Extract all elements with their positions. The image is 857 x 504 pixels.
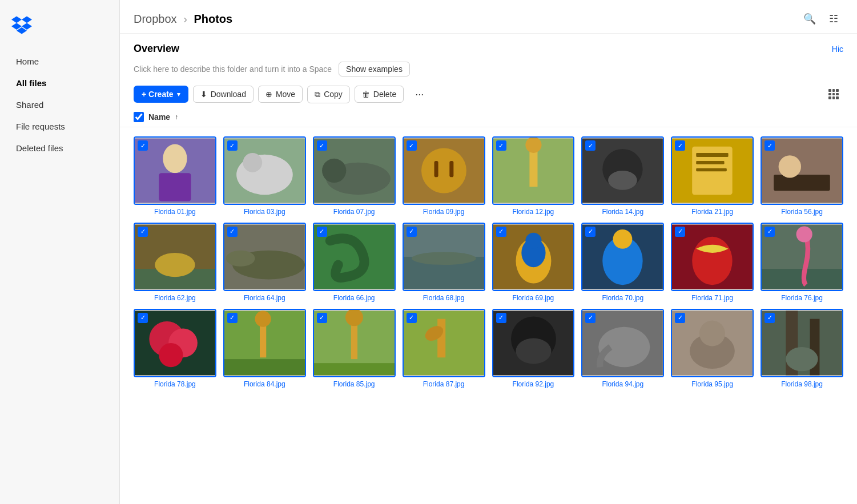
file-selected-checkmark[interactable]: ✓ [765, 227, 775, 237]
thumb-wrapper: ✓ [313, 136, 396, 205]
file-name-label[interactable]: Florida 71.jpg [671, 294, 754, 302]
breadcrumb-root[interactable]: Dropbox [134, 13, 177, 25]
sidebar-item-file-requests[interactable]: File requests [5, 116, 115, 137]
file-thumb[interactable]: ✓Florida 56.jpg [761, 136, 843, 216]
file-selected-checkmark[interactable]: ✓ [585, 227, 596, 237]
copy-button[interactable]: ⧉ Copy [307, 86, 350, 103]
file-thumb[interactable]: ✓Florida 85.jpg [313, 309, 396, 388]
file-selected-checkmark[interactable]: ✓ [496, 227, 506, 237]
search-button[interactable]: 🔍 [800, 9, 819, 29]
thumb-wrapper: ✓ [671, 136, 754, 205]
hide-link[interactable]: Hic [832, 45, 843, 54]
file-thumb[interactable]: ✓Florida 14.jpg [581, 136, 664, 216]
file-selected-checkmark[interactable]: ✓ [407, 140, 417, 151]
svg-point-8 [322, 159, 346, 183]
file-selected-checkmark[interactable]: ✓ [675, 140, 685, 151]
download-icon: ⬇ [200, 90, 207, 99]
file-thumb[interactable]: ✓Florida 03.jpg [223, 136, 306, 216]
file-thumb[interactable]: ✓Florida 69.jpg [492, 223, 575, 302]
file-selected-checkmark[interactable]: ✓ [585, 140, 596, 151]
file-name-label[interactable]: Florida 87.jpg [403, 380, 485, 388]
file-thumb[interactable]: ✓Florida 84.jpg [223, 309, 306, 388]
file-selected-checkmark[interactable]: ✓ [496, 313, 506, 323]
thumb-wrapper: ✓ [581, 136, 664, 205]
file-selected-checkmark[interactable]: ✓ [317, 227, 327, 237]
file-selected-checkmark[interactable]: ✓ [585, 313, 596, 323]
file-thumb[interactable]: ✓Florida 64.jpg [223, 223, 306, 302]
file-name-label[interactable]: Florida 56.jpg [761, 208, 843, 216]
file-grid: ✓Florida 01.jpg✓Florida 03.jpg✓Florida 0… [134, 136, 843, 388]
download-button[interactable]: ⬇ Download [193, 86, 254, 103]
sidebar-item-all-files[interactable]: All files [5, 72, 115, 94]
move-button[interactable]: ⊕ Move [258, 86, 303, 103]
file-selected-checkmark[interactable]: ✓ [675, 313, 685, 323]
file-selected-checkmark[interactable]: ✓ [138, 140, 148, 151]
sidebar-item-shared[interactable]: Shared [5, 94, 115, 115]
create-button[interactable]: + Create ▾ [134, 86, 188, 103]
file-selected-checkmark[interactable]: ✓ [317, 313, 327, 323]
sort-name-label[interactable]: Name [148, 112, 170, 122]
file-name-label[interactable]: Florida 09.jpg [403, 208, 485, 216]
file-name-label[interactable]: Florida 95.jpg [671, 380, 754, 388]
file-thumb[interactable]: ✓Florida 07.jpg [313, 136, 396, 216]
file-name-label[interactable]: Florida 07.jpg [313, 208, 396, 216]
file-name-label[interactable]: Florida 12.jpg [492, 208, 575, 216]
file-name-label[interactable]: Florida 92.jpg [492, 380, 575, 388]
file-thumb[interactable]: ✓Florida 62.jpg [134, 223, 216, 302]
show-examples-button[interactable]: Show examples [339, 62, 410, 76]
file-name-label[interactable]: Florida 14.jpg [581, 208, 664, 216]
file-name-label[interactable]: Florida 78.jpg [134, 380, 216, 388]
notifications-button[interactable]: ☷ [824, 9, 843, 29]
more-options-button[interactable]: ··· [408, 85, 430, 104]
file-selected-checkmark[interactable]: ✓ [138, 227, 148, 237]
file-thumb[interactable]: ✓Florida 78.jpg [134, 309, 216, 388]
file-selected-checkmark[interactable]: ✓ [138, 313, 148, 323]
file-name-label[interactable]: Florida 66.jpg [313, 294, 396, 302]
file-name-label[interactable]: Florida 68.jpg [403, 294, 485, 302]
file-thumb[interactable]: ✓Florida 76.jpg [761, 223, 843, 302]
file-selected-checkmark[interactable]: ✓ [675, 227, 685, 237]
svg-point-32 [226, 251, 255, 267]
sidebar-item-home[interactable]: Home [5, 51, 115, 72]
file-name-label[interactable]: Florida 21.jpg [671, 208, 754, 216]
file-selected-checkmark[interactable]: ✓ [227, 140, 238, 151]
file-thumb[interactable]: ✓Florida 98.jpg [761, 309, 843, 388]
file-name-label[interactable]: Florida 70.jpg [581, 294, 664, 302]
file-name-label[interactable]: Florida 01.jpg [134, 208, 216, 216]
file-selected-checkmark[interactable]: ✓ [765, 313, 775, 323]
file-selected-checkmark[interactable]: ✓ [407, 227, 417, 237]
file-name-label[interactable]: Florida 98.jpg [761, 380, 843, 388]
file-selected-checkmark[interactable]: ✓ [227, 313, 238, 323]
file-thumb[interactable]: ✓Florida 66.jpg [313, 223, 396, 302]
file-thumb[interactable]: ✓Florida 21.jpg [671, 136, 754, 216]
file-selected-checkmark[interactable]: ✓ [765, 140, 775, 151]
delete-button[interactable]: 🗑 Delete [355, 86, 404, 103]
file-thumb[interactable]: ✓Florida 95.jpg [671, 309, 754, 388]
file-selected-checkmark[interactable]: ✓ [317, 140, 327, 151]
file-thumb[interactable]: ✓Florida 09.jpg [403, 136, 485, 216]
file-name-label[interactable]: Florida 03.jpg [223, 208, 306, 216]
file-selected-checkmark[interactable]: ✓ [407, 313, 417, 323]
file-name-label[interactable]: Florida 69.jpg [492, 294, 575, 302]
file-thumb[interactable]: ✓Florida 94.jpg [581, 309, 664, 388]
file-thumb[interactable]: ✓Florida 68.jpg [403, 223, 485, 302]
logo[interactable] [0, 9, 119, 50]
file-name-label[interactable]: Florida 94.jpg [581, 380, 664, 388]
grid-view-button[interactable] [824, 84, 843, 104]
file-name-label[interactable]: Florida 64.jpg [223, 294, 306, 302]
file-thumb[interactable]: ✓Florida 71.jpg [671, 223, 754, 302]
file-name-label[interactable]: Florida 85.jpg [313, 380, 396, 388]
file-name-label[interactable]: Florida 84.jpg [223, 380, 306, 388]
file-thumb[interactable]: ✓Florida 87.jpg [403, 309, 485, 388]
file-selected-checkmark[interactable]: ✓ [227, 227, 238, 237]
sidebar-item-deleted-files[interactable]: Deleted files [5, 138, 115, 159]
file-name-label[interactable]: Florida 62.jpg [134, 294, 216, 302]
file-thumb[interactable]: ✓Florida 01.jpg [134, 136, 216, 216]
file-name-label[interactable]: Florida 76.jpg [761, 294, 843, 302]
file-selected-checkmark[interactable]: ✓ [496, 140, 506, 151]
file-thumb[interactable]: ✓Florida 70.jpg [581, 223, 664, 302]
file-thumb[interactable]: ✓Florida 92.jpg [492, 309, 575, 388]
file-thumb[interactable]: ✓Florida 12.jpg [492, 136, 575, 216]
folder-description-text[interactable]: Click here to describe this folder and t… [134, 64, 332, 74]
select-all-checkbox[interactable] [134, 112, 144, 122]
